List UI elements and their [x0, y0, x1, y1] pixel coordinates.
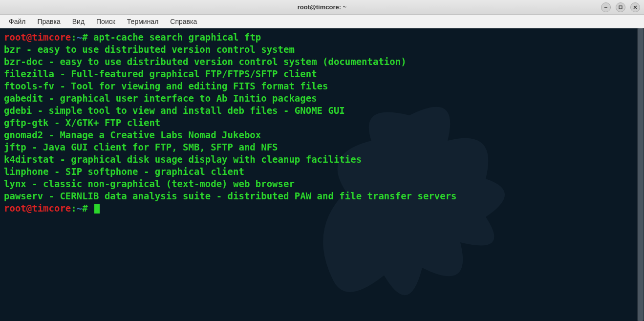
prompt-hash: #: [82, 32, 87, 43]
menu-help[interactable]: Справка: [165, 16, 202, 27]
output-line: bzr-doc - easy to use distributed versio…: [4, 56, 407, 67]
output-line: jftp - Java GUI client for FTP, SMB, SFT…: [4, 142, 278, 152]
output-line: k4dirstat - graphical disk usage display…: [4, 154, 362, 165]
menu-terminal[interactable]: Терминал: [122, 16, 163, 27]
output-line: lynx - classic non-graphical (text-mode)…: [4, 178, 295, 189]
output-line: gftp-gtk - X/GTK+ FTP client: [4, 117, 160, 128]
window-titlebar: root@timcore: ~: [0, 0, 644, 15]
prompt-user-host: root@timcore: [4, 203, 71, 214]
window-controls: [601, 2, 640, 12]
scrollbar-thumb[interactable]: [638, 28, 644, 321]
prompt-path: ~: [77, 203, 82, 214]
menu-edit[interactable]: Правка: [32, 16, 65, 27]
menu-file[interactable]: Файл: [4, 16, 30, 27]
output-line: linphone - SIP softphone - graphical cli…: [4, 166, 244, 177]
close-button[interactable]: [630, 2, 640, 12]
command-text: apt-cache search graphical ftp: [93, 32, 261, 43]
prompt-hash: #: [82, 203, 87, 214]
output-line: ftools-fv - Tool for viewing and editing…: [4, 81, 328, 91]
output-line: gnomad2 - Manage a Creative Labs Nomad J…: [4, 129, 261, 140]
scrollbar[interactable]: [637, 28, 644, 321]
window-title: root@timcore: ~: [298, 3, 346, 11]
close-icon: [633, 5, 638, 10]
maximize-icon: [618, 5, 623, 10]
output-line: filezilla - Full-featured graphical FTP/…: [4, 68, 317, 79]
prompt-path: ~: [77, 32, 82, 43]
menubar: Файл Правка Вид Поиск Терминал Справка: [0, 15, 644, 28]
maximize-button[interactable]: [616, 2, 625, 12]
terminal-container: root@timcore:~# apt-cache search graphic…: [0, 28, 644, 321]
cursor: [94, 204, 100, 214]
output-line: gdebi - simple tool to view and install …: [4, 105, 345, 116]
menu-view[interactable]: Вид: [67, 16, 89, 27]
prompt-separator: :: [71, 32, 76, 43]
prompt-user-host: root@timcore: [4, 32, 71, 43]
output-line: gabedit - graphical user interface to Ab…: [4, 93, 317, 104]
prompt-separator: :: [71, 203, 76, 214]
minimize-icon: [603, 5, 608, 10]
minimize-button[interactable]: [601, 2, 611, 12]
terminal[interactable]: root@timcore:~# apt-cache search graphic…: [0, 28, 637, 321]
svg-rect-1: [619, 6, 622, 9]
menu-search[interactable]: Поиск: [91, 16, 120, 27]
output-line: pawserv - CERNLIB data analysis suite - …: [4, 191, 457, 201]
output-line: bzr - easy to use distributed version co…: [4, 44, 295, 55]
